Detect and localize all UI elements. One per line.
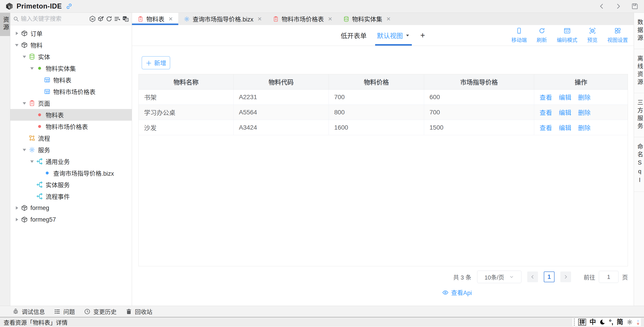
bottom-bar-item[interactable]: 问题: [54, 307, 75, 315]
bottom-bar-item[interactable]: 变更历史: [84, 307, 116, 315]
tree-item[interactable]: 订单: [10, 28, 132, 39]
right-tab-三方服务[interactable]: 三方服务: [634, 93, 644, 137]
tree-collapse-icon[interactable]: [22, 54, 27, 60]
ime-key[interactable]: 拼: [578, 319, 586, 326]
ime-moon-icon[interactable]: [599, 319, 606, 325]
tree-expand-icon[interactable]: [14, 205, 20, 211]
tree-expander-icon[interactable]: [37, 170, 42, 176]
save-icon[interactable]: [631, 3, 639, 10]
list-icon: [54, 308, 60, 315]
toolbar-action-button[interactable]: 刷新: [537, 27, 547, 44]
page-1-button[interactable]: 1: [544, 271, 554, 282]
refresh-icon[interactable]: [106, 16, 112, 22]
tab-default-view[interactable]: 默认视图: [377, 25, 410, 46]
nav-back-icon[interactable]: [598, 3, 606, 10]
tree-item[interactable]: 实体服务: [10, 179, 132, 190]
delete-link[interactable]: 删除: [578, 108, 590, 117]
editor-tab[interactable]: 物料表 ✕: [132, 13, 178, 25]
prev-page-button[interactable]: [527, 271, 538, 282]
tree-item[interactable]: formeg: [10, 202, 132, 214]
svg-text:文: 文: [126, 18, 128, 21]
tree-collapse-icon[interactable]: [14, 42, 20, 48]
editor-tab[interactable]: 查询市场指导价格.bizx ✕: [178, 13, 267, 25]
delete-link[interactable]: 删除: [578, 93, 590, 102]
tree-expand-icon[interactable]: [14, 217, 20, 222]
tree-item[interactable]: 物料市场价格表: [10, 86, 132, 97]
tree-item[interactable]: 流程事件: [10, 190, 132, 202]
tree-item[interactable]: 物料市场价格表: [10, 121, 132, 132]
tree-expander-icon[interactable]: [22, 135, 27, 141]
right-tab-离线资源[interactable]: 离线资源: [634, 49, 644, 93]
tree-collapse-icon[interactable]: [22, 147, 27, 153]
ime-key[interactable]: 简: [617, 319, 623, 325]
tree-item[interactable]: formeg57: [10, 214, 132, 225]
tree-item[interactable]: 物料表: [10, 74, 132, 86]
close-icon[interactable]: ✕: [328, 16, 332, 22]
edit-link[interactable]: 编辑: [559, 93, 571, 102]
tree-item[interactable]: 通用业务: [10, 156, 132, 167]
tree-item[interactable]: 物料实体集: [10, 63, 132, 74]
tree-item[interactable]: 流程: [10, 132, 132, 144]
tree-item[interactable]: 物料表: [10, 109, 132, 121]
tree-expander-icon[interactable]: [29, 182, 35, 188]
right-tab-命名Sql[interactable]: 命名Sql: [634, 137, 644, 192]
tree-item-label: 服务: [38, 145, 50, 154]
tree-item[interactable]: 物料: [10, 39, 132, 51]
goto-page-input[interactable]: [599, 271, 618, 283]
tree-item[interactable]: 实体: [10, 51, 132, 63]
ime-key[interactable]: 中: [590, 319, 596, 325]
editor-tab[interactable]: 物料实体集 ✕: [338, 13, 396, 25]
link-icon[interactable]: [66, 3, 72, 10]
right-tab-数据源[interactable]: 数据源: [634, 13, 644, 49]
tree-expander-icon[interactable]: [29, 193, 35, 199]
nav-forward-icon[interactable]: [614, 3, 622, 10]
translate-icon[interactable]: En文: [122, 16, 129, 22]
close-icon[interactable]: ✕: [258, 16, 262, 22]
tree-collapse-icon[interactable]: [29, 158, 35, 164]
view-link[interactable]: 查看: [540, 123, 552, 132]
search-input[interactable]: [21, 16, 86, 22]
tree-collapse-icon[interactable]: [22, 100, 27, 106]
sort-list-icon[interactable]: [114, 16, 121, 22]
tree-expander-icon[interactable]: [37, 77, 42, 83]
close-icon[interactable]: ✕: [168, 16, 173, 22]
edit-link[interactable]: 编辑: [559, 108, 571, 117]
editor-tab[interactable]: 物料市场价格表 ✕: [267, 13, 338, 25]
view-link[interactable]: 查看: [540, 108, 552, 117]
tree-collapse-icon[interactable]: [29, 65, 35, 71]
close-icon[interactable]: ✕: [386, 16, 391, 22]
sidebar-tab-resources[interactable]: 资源: [0, 13, 10, 36]
tree-expander-icon[interactable]: [37, 89, 42, 95]
box-plus-icon[interactable]: [97, 16, 104, 22]
toolbar-action-button[interactable]: 移动端: [511, 27, 527, 44]
tree-item[interactable]: 服务: [10, 144, 132, 156]
view-link[interactable]: 查看: [540, 93, 552, 102]
toolbar-action-button[interactable]: 编码模式: [557, 27, 577, 44]
chevron-down-icon[interactable]: [405, 33, 410, 38]
ime-gear-icon[interactable]: [626, 319, 633, 325]
view-api-link[interactable]: 查看Api: [442, 288, 472, 297]
ai-icon[interactable]: AI: [89, 16, 96, 22]
ime-drag-handle[interactable]: [574, 318, 575, 326]
bottom-bar-item[interactable]: 调试信息: [12, 307, 45, 315]
tab-lowcode-form[interactable]: 低开表单: [341, 25, 367, 46]
tree-item[interactable]: 页面: [10, 97, 132, 109]
delete-link[interactable]: 删除: [578, 123, 590, 132]
page-size-select[interactable]: 10条/页: [477, 271, 522, 283]
bottom-item-label: 问题: [63, 307, 75, 315]
add-view-button[interactable]: +: [420, 25, 425, 46]
tree-expand-icon[interactable]: [14, 31, 20, 36]
tree-expander-icon[interactable]: [29, 112, 35, 118]
tree-expander-icon[interactable]: [29, 124, 35, 129]
tree-item[interactable]: 查询市场指导价格.bizx: [10, 167, 132, 179]
toolbar-action-button[interactable]: 预览: [587, 27, 598, 44]
next-page-button[interactable]: [560, 271, 571, 282]
ime-key[interactable]: °,: [609, 319, 613, 325]
edit-link[interactable]: 编辑: [559, 123, 571, 132]
page-icon: [137, 16, 144, 22]
bottom-bar-item[interactable]: 回收站: [126, 307, 152, 315]
tree-item-label: 物料市场价格表: [46, 122, 88, 131]
add-button[interactable]: ＋ 新增: [142, 56, 170, 69]
ime-logo-icon[interactable]: ○u: [637, 319, 639, 325]
toolbar-action-button[interactable]: 视图设置: [607, 27, 628, 44]
